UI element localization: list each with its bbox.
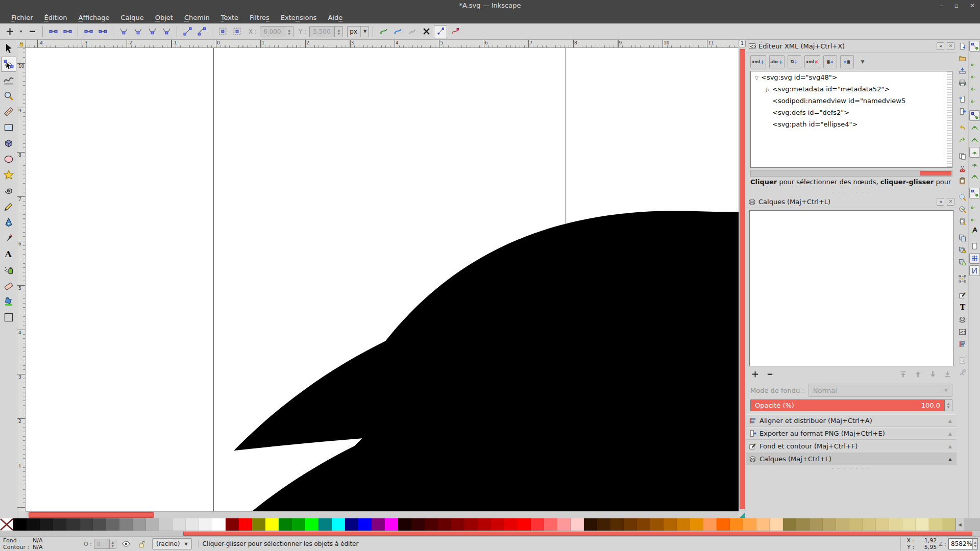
drawing-wave-path[interactable] — [26, 48, 739, 511]
align-dialog-button[interactable] — [957, 339, 968, 349]
palette-swatch[interactable] — [146, 518, 159, 531]
palette-swatch-none[interactable] — [0, 518, 13, 531]
tool-star[interactable] — [1, 167, 16, 183]
tool-selector[interactable] — [1, 41, 16, 56]
palette-swatch[interactable] — [106, 518, 119, 531]
ungroup-objects-button[interactable] — [957, 257, 968, 268]
palette-swatch[interactable] — [664, 518, 677, 531]
xml-toolbar-overflow-button[interactable]: ▼ — [861, 59, 865, 64]
snap-bbox-corners-toggle[interactable] — [969, 82, 980, 92]
menu-edition[interactable]: Édition — [39, 12, 72, 23]
xml-tree-scrollbar[interactable] — [947, 71, 952, 167]
stroke-to-path-button[interactable] — [230, 25, 243, 38]
snap-bbox-midpoints-toggle[interactable] — [969, 94, 980, 105]
tool-rectangle[interactable] — [1, 120, 16, 135]
snap-page-border-toggle[interactable] — [969, 241, 980, 252]
tool-ellipse[interactable] — [1, 152, 16, 167]
close-icon[interactable]: ✕ — [947, 42, 954, 50]
close-button[interactable]: ✕ — [970, 0, 975, 11]
tool-calligraphy[interactable] — [1, 231, 16, 246]
palette-swatch[interactable] — [504, 518, 518, 531]
palette-swatch[interactable] — [849, 518, 863, 531]
xml-tree-node[interactable]: ▷<svg:metadata id="metadata52"> — [751, 83, 952, 95]
palette-swatch[interactable] — [186, 518, 199, 531]
add-layer-button[interactable] — [751, 370, 759, 378]
canvas-viewport[interactable] — [26, 48, 739, 511]
insert-node-menu-button[interactable] — [17, 25, 24, 38]
palette-swatch[interactable] — [411, 518, 425, 531]
sticky-zoom-button[interactable]: 1 — [739, 40, 746, 47]
new-element-node-button[interactable]: xml+ — [750, 55, 766, 68]
paste-button[interactable] — [957, 176, 968, 186]
tool-spiral[interactable] — [1, 183, 16, 198]
copy-button[interactable] — [957, 151, 968, 162]
palette-swatch[interactable] — [756, 518, 770, 531]
snap-master-toggle[interactable] — [969, 41, 980, 52]
palette-swatch[interactable] — [796, 518, 810, 531]
palette-swatch[interactable] — [239, 518, 252, 531]
break-nodes-button[interactable] — [61, 25, 74, 38]
group-objects-button[interactable] — [957, 245, 968, 256]
y-spin-arrows[interactable]: ▲▼ — [334, 27, 342, 37]
y-coordinate-spinbox[interactable]: 5,500 ▲▼ — [309, 26, 343, 37]
zoom-page-button[interactable] — [957, 216, 968, 227]
palette-swatch[interactable] — [902, 518, 916, 531]
tool-bezier-pen[interactable] — [1, 215, 16, 230]
palette-swatch[interactable] — [544, 518, 557, 531]
snap-nodes-toggle[interactable] — [969, 110, 980, 121]
tool-spray[interactable] — [1, 262, 16, 278]
palette-swatch[interactable] — [783, 518, 796, 531]
palette-swatch[interactable] — [279, 518, 292, 531]
layer-lock-toggle[interactable] — [136, 538, 147, 549]
palette-swatch[interactable] — [823, 518, 836, 531]
cut-button[interactable] — [957, 163, 968, 174]
raise-layer-to-top-button[interactable] — [899, 370, 907, 378]
tool-zoom[interactable] — [1, 88, 16, 104]
lower-layer-button[interactable] — [929, 370, 937, 378]
palette-swatch[interactable] — [610, 518, 624, 531]
palette-swatch[interactable] — [173, 518, 186, 531]
palette-swatch[interactable] — [119, 518, 133, 531]
palette-swatch[interactable] — [464, 518, 478, 531]
zoom-spinbox[interactable]: 8582% ▲▼ — [948, 538, 978, 549]
palette-scrollbar[interactable] — [0, 531, 980, 536]
snap-text-baseline-toggle[interactable] — [969, 224, 980, 235]
show-bezier-handles-button[interactable] — [434, 25, 447, 38]
tool-pencil[interactable] — [1, 199, 16, 214]
opacity-slider[interactable]: Opacité (%) 100,0 — [750, 399, 945, 411]
palette-swatch[interactable] — [810, 518, 823, 531]
remove-layer-button[interactable] — [766, 370, 774, 378]
palette-swatch[interactable] — [929, 518, 942, 531]
duplicate-node-button[interactable]: ⧉+ — [788, 55, 801, 68]
current-layer-dropdown[interactable]: (racine) ▼ — [152, 538, 192, 549]
dock-arrow-icon[interactable]: ◂ — [937, 198, 944, 206]
menu-texte[interactable]: Texte — [216, 12, 243, 23]
palette-swatch[interactable] — [650, 518, 664, 531]
palette-swatch[interactable] — [518, 518, 531, 531]
insert-node-button[interactable] — [3, 25, 16, 38]
blend-mode-dropdown[interactable]: Normal ▼ — [808, 384, 952, 397]
snap-paths-toggle[interactable] — [969, 122, 980, 133]
zoom-selection-button[interactable] — [957, 192, 968, 203]
import-button[interactable] — [957, 94, 968, 105]
save-document-button[interactable] — [957, 65, 968, 76]
show-transform-handles-button[interactable] — [420, 25, 433, 38]
fill-stroke-indicator[interactable]: Fond : N/A Contour : N/A — [0, 537, 63, 550]
palette-swatch[interactable] — [863, 518, 876, 531]
snap-path-intersections-toggle[interactable] — [969, 135, 980, 145]
palette-swatch[interactable] — [531, 518, 544, 531]
palette-swatch[interactable] — [743, 518, 756, 531]
palette-swatch[interactable] — [889, 518, 902, 531]
x-spin-arrows[interactable]: ▲▼ — [285, 27, 293, 37]
xml-tree-hscrollbar-thumb[interactable] — [920, 171, 951, 176]
menu-calque[interactable]: Calque — [116, 12, 149, 23]
tool-tweak[interactable] — [1, 72, 16, 88]
xml-tree[interactable]: ▽<svg:svg id="svg48">▷<svg:metadata id="… — [750, 71, 952, 168]
object-to-path-button[interactable] — [216, 25, 229, 38]
delete-segment-button[interactable] — [96, 25, 109, 38]
palette-swatch[interactable] — [730, 518, 743, 531]
tree-expander-icon[interactable]: ▷ — [766, 84, 772, 96]
node-symmetric-button[interactable] — [145, 25, 159, 38]
palette-swatch[interactable] — [478, 518, 491, 531]
palette-swatch[interactable] — [425, 518, 438, 531]
